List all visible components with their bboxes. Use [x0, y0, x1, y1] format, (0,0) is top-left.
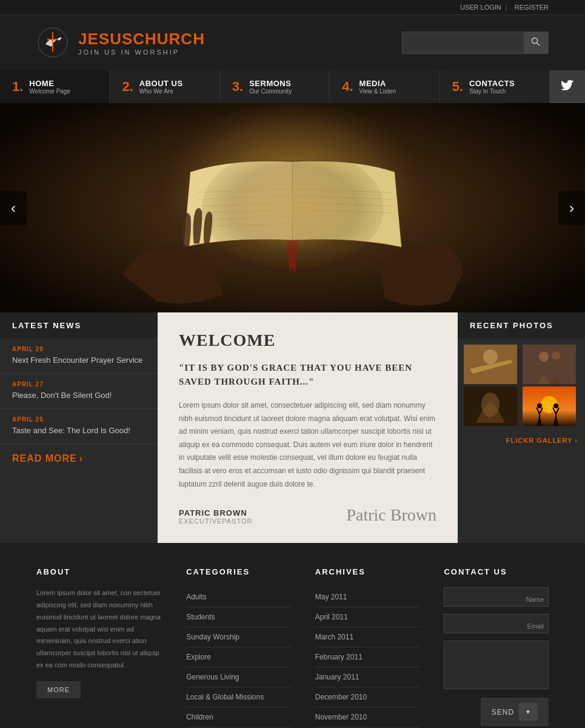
svg-line-8 — [197, 189, 289, 193]
read-more-label: READ MORE — [12, 453, 77, 464]
photo-thumb-2[interactable] — [523, 345, 576, 384]
footer-about-title: ABOUT — [36, 567, 162, 576]
footer-more-button[interactable]: MORE — [36, 681, 81, 698]
archive-item-2[interactable]: April 2011 — [315, 607, 420, 627]
footer-categories-col: CATEGORIES Adults Students Sunday Worshi… — [186, 567, 291, 727]
slider-prev-button[interactable]: ‹ — [0, 191, 27, 225]
read-more-arrow: › — [79, 453, 83, 464]
category-list: Adults Students Sunday Worship Explore G… — [186, 587, 291, 727]
nav-num-3: 3. — [232, 80, 243, 93]
archive-item-5[interactable]: January 2011 — [315, 667, 420, 687]
category-item-6[interactable]: Local & Global Missions — [186, 687, 291, 707]
photos-grid — [458, 339, 585, 432]
nav-sub-4: View & Listen — [359, 88, 396, 95]
author-role: EXECUTIVEPASTOR — [179, 517, 253, 525]
svg-line-10 — [199, 203, 289, 206]
welcome-title: WELCOME — [179, 331, 436, 350]
photo-thumb-1[interactable] — [464, 345, 517, 384]
news-date-2: APRIL 27 — [12, 381, 145, 388]
contact-message-textarea[interactable] — [444, 641, 549, 689]
nav-item-about[interactable]: 2. ABOUT US Who We Are — [110, 70, 219, 103]
category-item-5[interactable]: Generous Living — [186, 667, 291, 687]
nav-twitter-button[interactable] — [550, 70, 585, 103]
read-more-button[interactable]: READ MORE › — [0, 445, 158, 473]
logo-icon — [36, 26, 70, 59]
contact-name-input[interactable] — [444, 587, 549, 607]
svg-point-27 — [537, 403, 542, 408]
tagline: JOIN US IN WORSHIP — [78, 49, 205, 56]
contact-send-button[interactable]: SEND ▼ — [481, 698, 549, 726]
archive-item-6[interactable]: December 2010 — [315, 687, 420, 707]
top-separator: | — [506, 4, 507, 11]
nav-main-1: HOME — [29, 79, 70, 88]
welcome-section: WELCOME "IT IS BY GOD'S GRACE THAT YOU H… — [158, 312, 458, 543]
news-item-3: APRIL 25 Taste and See: The Lord Is Good… — [0, 409, 158, 444]
category-item-1[interactable]: Adults — [186, 587, 291, 607]
svg-point-22 — [552, 351, 560, 360]
nav-sub-2: Who We Are — [139, 88, 183, 95]
archive-item-7[interactable]: November 2010 — [315, 707, 420, 727]
nav-item-media[interactable]: 4. MEDIA View & Listen — [330, 70, 440, 103]
contact-email-input[interactable] — [444, 614, 549, 633]
nav-main-5: CONTACTS — [469, 79, 515, 88]
footer-categories-title: CATEGORIES — [186, 567, 291, 576]
flickr-arrow-icon: › — [575, 437, 578, 444]
archive-item-4[interactable]: February 2011 — [315, 647, 420, 667]
nav-item-contacts[interactable]: 5. CONTACTS Stay In Touch — [440, 70, 550, 103]
svg-line-16 — [296, 203, 392, 206]
svg-line-17 — [296, 209, 392, 213]
category-item-7[interactable]: Children — [186, 707, 291, 727]
nav-main-3: SERMONS — [249, 79, 292, 88]
svg-point-19 — [483, 349, 498, 364]
archive-item-3[interactable]: March 2011 — [315, 627, 420, 647]
news-title-1[interactable]: Next Fresh Encounter Prayer Service — [12, 355, 145, 366]
welcome-author: PATRIC BROWN EXECUTIVEPASTOR Patric Brow… — [179, 505, 436, 525]
news-item-1: APRIL 29 Next Fresh Encounter Prayer Ser… — [0, 339, 158, 374]
send-btn-arrow: ▼ — [519, 703, 538, 721]
news-title-2[interactable]: Please, Don't Be Silent God! — [12, 390, 145, 401]
svg-line-15 — [296, 196, 392, 200]
send-btn-label: SEND — [492, 708, 514, 716]
photo-thumb-3[interactable] — [464, 386, 517, 426]
name-field-wrapper: Name — [444, 587, 549, 612]
category-item-3[interactable]: Sunday Worship — [186, 627, 291, 647]
recent-photos-title: RECENT PHOTOS — [458, 312, 585, 339]
latest-news-title: LATEST NEWS — [0, 312, 158, 339]
search-button[interactable] — [524, 32, 548, 53]
top-bar: USER LOGIN | REGISTER — [0, 0, 585, 15]
latest-news-panel: LATEST NEWS APRIL 29 Next Fresh Encounte… — [0, 312, 158, 543]
nav-num-1: 1. — [12, 80, 23, 93]
logo: JESUSCHURCH JOIN US IN WORSHIP — [36, 26, 205, 59]
svg-point-21 — [539, 352, 549, 362]
brand-name: JESUSCHURCH — [78, 30, 205, 49]
nav-item-home[interactable]: 1. HOME Welcome Page — [0, 70, 110, 103]
svg-rect-20 — [523, 345, 576, 384]
svg-point-24 — [481, 393, 500, 417]
nav-sub-3: Our Community — [249, 88, 292, 95]
user-login-link[interactable]: USER LOGIN — [460, 4, 501, 11]
register-link[interactable]: REGISTER — [515, 4, 549, 11]
news-title-3[interactable]: Taste and See: The Lord Is Good! — [12, 425, 145, 436]
slider-next-button[interactable]: › — [558, 191, 585, 225]
footer-contact-title: CONTACT US — [444, 567, 549, 576]
main-nav: 1. HOME Welcome Page 2. ABOUT US Who We … — [0, 70, 585, 103]
nav-num-2: 2. — [122, 80, 133, 93]
archive-item-1[interactable]: May 2011 — [315, 587, 420, 607]
photo-thumb-4[interactable] — [523, 386, 576, 426]
svg-line-9 — [199, 196, 289, 200]
nav-num-5: 5. — [452, 80, 463, 93]
footer-contact-col: CONTACT US Name Email SEND ▼ — [444, 567, 549, 727]
search-input[interactable] — [403, 34, 524, 52]
welcome-quote: "IT IS BY GOD'S GRACE THAT YOU HAVE BEEN… — [179, 361, 436, 388]
news-item-2: APRIL 27 Please, Don't Be Silent God! — [0, 374, 158, 409]
logo-text: JESUSCHURCH JOIN US IN WORSHIP — [78, 30, 205, 56]
category-item-2[interactable]: Students — [186, 607, 291, 627]
category-item-4[interactable]: Explore — [186, 647, 291, 667]
nav-sub-5: Stay In Touch — [469, 88, 515, 95]
flickr-gallery-link[interactable]: FLICKR GALLERY › — [458, 432, 585, 449]
svg-line-11 — [199, 210, 289, 212]
main-content-area: LATEST NEWS APRIL 29 Next Fresh Encounte… — [0, 312, 585, 543]
author-signature: Patric Brown — [346, 505, 436, 525]
nav-item-sermons[interactable]: 3. SERMONS Our Community — [220, 70, 330, 103]
recent-photos-panel: RECENT PHOTOS — [458, 312, 585, 543]
